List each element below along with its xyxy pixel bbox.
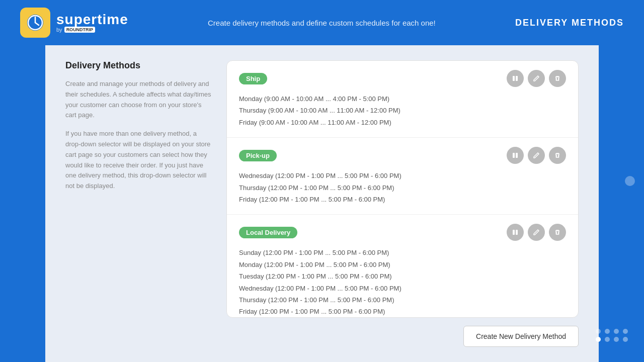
bg-dot xyxy=(596,329,601,334)
edit-button-ship[interactable] xyxy=(528,70,545,87)
method-badge-ship: Ship xyxy=(239,73,267,84)
svg-rect-5 xyxy=(516,76,518,81)
method-actions-ship xyxy=(507,70,566,87)
pause-button-local[interactable] xyxy=(507,224,524,241)
local-schedule-2: Monday (12:00 PM - 1:00 PM ... 5:00 PM -… xyxy=(239,259,566,270)
delete-button-ship[interactable] xyxy=(549,70,566,87)
edit-button-local[interactable] xyxy=(528,224,545,241)
method-card-pickup: Pick-up Wednesday (12:00 PM - 1:00 PM xyxy=(227,138,578,215)
logo-sub: by ROUNDTRIP xyxy=(56,27,128,33)
bg-dot xyxy=(623,337,628,342)
logo-area: supertime by ROUNDTRIP xyxy=(20,8,128,38)
svg-rect-9 xyxy=(516,230,518,235)
bg-dot xyxy=(614,329,619,334)
svg-rect-8 xyxy=(513,230,515,235)
method-card-ship: Ship Monday (9:00 AM - 10:00 AM ... 4: xyxy=(227,61,578,138)
logo-icon xyxy=(20,8,50,38)
delete-button-local[interactable] xyxy=(549,224,566,241)
local-schedule-6: Friday (12:00 PM - 1:00 PM ... 5:00 PM -… xyxy=(239,306,566,317)
svg-rect-6 xyxy=(513,153,515,158)
bg-dot xyxy=(623,329,628,334)
bg-dot xyxy=(605,337,610,342)
roundtrip-badge: ROUNDTRIP xyxy=(64,27,96,33)
ship-schedule-1: Monday (9:00 AM - 10:00 AM ... 4:00 PM -… xyxy=(239,93,566,105)
local-schedule-4: Wednesday (12:00 PM - 1:00 PM ... 5:00 P… xyxy=(239,283,566,294)
local-schedule-5: Thursday (12:00 PM - 1:00 PM ... 5:00 PM… xyxy=(239,294,566,306)
bg-dot-active xyxy=(596,337,601,342)
local-schedule-3: Tuesday (12:00 PM - 1:00 PM ... 5:00 PM … xyxy=(239,270,566,282)
methods-container: Ship Monday (9:00 AM - 10:00 AM ... 4: xyxy=(226,60,579,318)
sidebar-para2: If you have more than one delivery metho… xyxy=(65,129,211,192)
header-page-title: DELIVERY METHODS xyxy=(515,18,624,28)
create-delivery-method-button[interactable]: Create New Delivery Method xyxy=(463,326,579,347)
method-actions-local xyxy=(507,224,566,241)
logo-text: supertime by ROUNDTRIP xyxy=(56,13,128,33)
app-header: supertime by ROUNDTRIP Create delivery m… xyxy=(0,0,644,45)
method-badge-local: Local Delivery xyxy=(239,227,297,238)
edit-button-pickup[interactable] xyxy=(528,147,545,164)
bottom-bar: Create New Delivery Method xyxy=(226,318,579,347)
method-card-local: Local Delivery Sunday (12:00 PM - 1:00 xyxy=(227,215,578,318)
sidebar-para1: Create and manage your methods of delive… xyxy=(65,79,211,121)
pickup-schedule-1: Wednesday (12:00 PM - 1:00 PM ... 5:00 P… xyxy=(239,170,566,182)
bg-circle-decoration xyxy=(625,176,635,186)
bg-dots-decoration xyxy=(596,329,629,342)
pickup-schedule-2: Thursday (12:00 PM - 1:00 PM ... 5:00 PM… xyxy=(239,182,566,194)
method-actions-pickup xyxy=(507,147,566,164)
pause-button-ship[interactable] xyxy=(507,70,524,87)
main-content: Delivery Methods Create and manage your … xyxy=(45,45,599,362)
sidebar: Delivery Methods Create and manage your … xyxy=(65,60,226,347)
logo-name: supertime xyxy=(56,13,128,27)
sidebar-title: Delivery Methods xyxy=(65,60,211,71)
method-header-ship: Ship xyxy=(239,70,566,87)
pickup-schedule-3: Friday (12:00 PM - 1:00 PM ... 5:00 PM -… xyxy=(239,194,566,205)
ship-schedule-2: Thursday (9:00 AM - 10:00 AM ... 11:00 A… xyxy=(239,105,566,116)
svg-rect-4 xyxy=(513,76,515,81)
local-schedule-1: Sunday (12:00 PM - 1:00 PM ... 5:00 PM -… xyxy=(239,247,566,258)
delete-button-pickup[interactable] xyxy=(549,147,566,164)
method-header-local: Local Delivery xyxy=(239,224,566,241)
pause-button-pickup[interactable] xyxy=(507,147,524,164)
svg-rect-7 xyxy=(516,153,518,158)
ship-schedule-3: Friday (9:00 AM - 10:00 AM ... 11:00 AM … xyxy=(239,117,566,128)
header-tagline: Create delivery methods and define custo… xyxy=(148,19,495,27)
method-header-pickup: Pick-up xyxy=(239,147,566,164)
method-badge-pickup: Pick-up xyxy=(239,150,277,161)
right-panel: Ship Monday (9:00 AM - 10:00 AM ... 4: xyxy=(226,60,579,347)
bg-dot xyxy=(614,337,619,342)
bg-dot xyxy=(605,329,610,334)
